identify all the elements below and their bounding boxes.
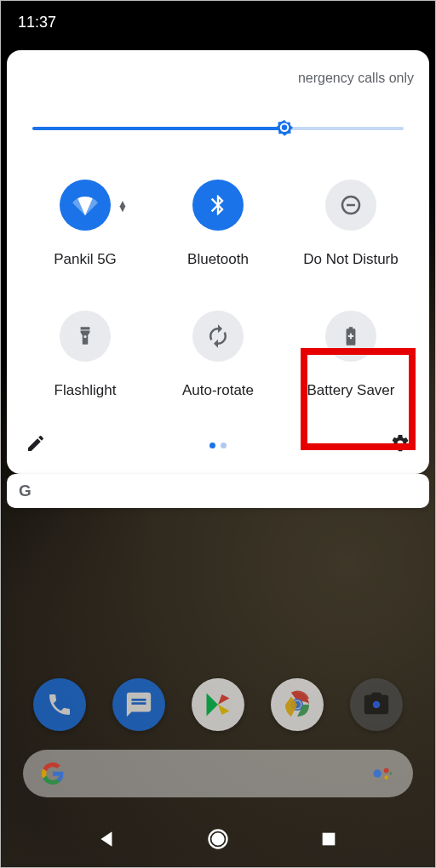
bluetooth-icon — [192, 180, 244, 231]
status-bar: 11:37 — [1, 1, 435, 43]
app-phone[interactable] — [33, 678, 86, 731]
qs-tile-dnd[interactable]: Do Not Disturb — [284, 180, 417, 268]
notification-card[interactable]: G — [7, 474, 429, 508]
google-logo-icon — [42, 762, 64, 785]
app-play[interactable] — [192, 678, 244, 731]
dnd-icon — [325, 180, 376, 231]
recent-button[interactable] — [316, 826, 341, 852]
brightness-icon — [272, 116, 297, 141]
home-icon — [206, 827, 230, 851]
quick-settings-grid: ▲▼Pankil 5GBluetoothDo Not DisturbFlashl… — [19, 180, 417, 399]
wifi-icon — [60, 180, 111, 231]
battery-icon — [325, 311, 376, 362]
svg-point-1 — [282, 125, 288, 131]
rotate-icon — [192, 311, 244, 362]
network-status-text: nergency calls only — [19, 71, 417, 111]
tile-label: Do Not Disturb — [303, 251, 398, 268]
page-dot[interactable] — [221, 443, 227, 448]
page-dot[interactable] — [209, 443, 215, 448]
recent-icon — [319, 830, 338, 848]
qs-tile-battery[interactable]: Battery Saver — [284, 311, 417, 399]
quick-settings-footer — [19, 425, 417, 457]
assistant-icon — [370, 762, 394, 785]
tile-label: Auto-rotate — [182, 382, 254, 399]
flashlight-icon — [60, 311, 111, 362]
tile-label: Flashlight — [54, 382, 117, 399]
svg-point-9 — [384, 768, 389, 774]
svg-point-7 — [373, 701, 381, 709]
back-icon — [96, 828, 118, 850]
navigation-bar — [1, 811, 435, 867]
tile-label: Bluetooth — [187, 251, 249, 268]
brightness-slider[interactable] — [32, 111, 404, 146]
status-time: 11:37 — [18, 14, 56, 31]
search-bar[interactable] — [23, 750, 413, 797]
expand-indicator[interactable]: ▲▼ — [118, 198, 128, 212]
edit-button[interactable] — [26, 433, 46, 457]
brightness-thumb[interactable] — [272, 116, 297, 141]
settings-button[interactable] — [390, 433, 410, 457]
page-indicator — [209, 443, 227, 448]
dock — [1, 678, 435, 731]
svg-rect-3 — [347, 204, 355, 207]
gear-icon — [390, 433, 410, 454]
brightness-fill — [32, 127, 284, 130]
qs-tile-wifi[interactable]: ▲▼Pankil 5G — [19, 180, 152, 268]
app-messages[interactable] — [112, 678, 165, 731]
tile-label: Battery Saver — [307, 382, 395, 399]
svg-point-13 — [211, 832, 224, 845]
qs-tile-bluetooth[interactable]: Bluetooth — [152, 180, 284, 268]
brightness-track — [32, 127, 404, 130]
qs-tile-rotate[interactable]: Auto-rotate — [152, 311, 284, 399]
svg-point-10 — [384, 775, 388, 779]
google-icon: G — [19, 482, 32, 500]
svg-point-8 — [374, 769, 382, 777]
pencil-icon — [26, 433, 46, 454]
home-button[interactable] — [205, 826, 231, 852]
back-button[interactable] — [95, 826, 120, 852]
app-camera[interactable] — [350, 678, 403, 731]
svg-rect-14 — [323, 833, 336, 846]
app-chrome[interactable] — [271, 678, 324, 731]
quick-settings-panel: nergency calls only ▲▼Pankil 5GBluetooth… — [7, 50, 429, 474]
tile-label: Pankil 5G — [54, 251, 117, 268]
qs-tile-flashlight[interactable]: Flashlight — [19, 311, 152, 399]
svg-point-11 — [390, 773, 393, 775]
